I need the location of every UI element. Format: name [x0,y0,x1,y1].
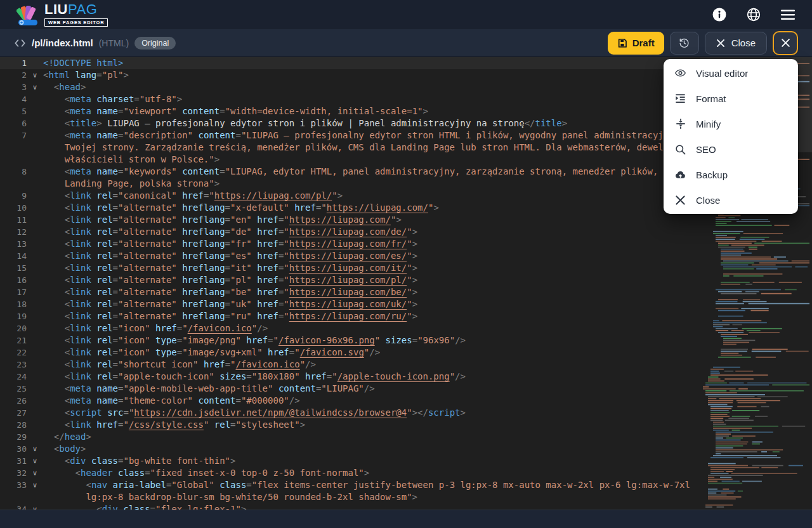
line-number: 8 [0,166,27,178]
menu-item-label: Close [696,195,720,206]
line-number: 13 [0,238,27,250]
history-icon [678,37,690,49]
code-line: 17 <link rel="alternate" hreflang="be" h… [0,286,700,298]
line-number: 15 [0,262,27,274]
fold-spacer [27,142,43,154]
dismiss-button[interactable] [773,31,798,55]
bottom-strip [0,510,812,528]
line-number: 24 [0,371,27,383]
code-text: Twojej strony. Zarządzanie treścią, mene… [43,142,706,154]
line-number: 23 [0,359,27,371]
fold-spacer [27,322,43,334]
code-line: 1<!DOCTYPE html> [0,57,700,69]
code-text: <meta name="viewport" content="width=dev… [43,105,428,117]
logo-wordmark: LIUPAG [44,3,108,16]
code-text: <body> [43,443,86,455]
hamburger-menu-icon[interactable] [780,7,796,22]
fold-spacer [27,166,43,178]
code-lines: 1<!DOCTYPE html>2∨<html lang="pl">3∨ <he… [0,57,700,510]
code-line: 21 <link rel="icon" type="image/png" hre… [0,334,700,346]
line-number: 34 [0,503,27,510]
file-type-label: (HTML) [99,38,129,48]
line-number: 7 [0,129,27,142]
code-text: <meta name="apple-mobile-web-app-title" … [43,383,375,395]
menu-item-visual-editor[interactable]: Visual editor [664,60,798,86]
fold-spacer [27,431,43,443]
fold-chevron-icon[interactable]: ∨ [27,455,43,467]
code-icon [14,38,26,48]
fold-spacer [27,346,43,359]
menu-item-backup[interactable]: Backup [664,162,798,187]
fold-spacer [27,395,43,407]
file-path: /pl/index.html [32,37,93,48]
code-line: 19 <link rel="alternate" hreflang="ru" h… [0,310,700,322]
code-line: Twojej strony. Zarządzanie treścią, mene… [0,142,700,154]
fold-chevron-icon[interactable]: ∨ [27,503,43,510]
code-line: 31∨ <div class="bg-white font-thin"> [0,455,700,467]
fold-spacer [27,274,43,286]
menu-item-label: SEO [696,144,716,155]
code-text: <meta name="keywords" content="LIUPAG, e… [43,166,685,178]
code-text: <link rel="icon" type="image/png" href="… [43,334,466,346]
menu-item-format[interactable]: Format [664,86,798,111]
code-line: 9 <link rel="canonical" href="https://li… [0,190,700,202]
code-text: <link rel="alternate" hreflang="es" href… [43,250,417,262]
menu-item-seo[interactable]: SEO [664,136,798,162]
fold-chevron-icon[interactable]: ∨ [27,81,43,93]
history-button[interactable] [670,32,699,55]
code-text: <link rel="icon" href="/favicon.ico"/> [43,322,268,334]
draft-button[interactable]: Draft [608,32,664,55]
breadcrumb: /pl/index.html (HTML) Original [14,37,176,50]
globe-icon[interactable] [746,7,761,22]
fold-spacer [27,214,43,226]
close-button[interactable]: Close [705,32,767,55]
fold-spacer [27,105,43,117]
code-text: <script src="https://cdn.jsdelivr.net/np… [43,407,466,419]
fold-spacer [27,491,43,503]
menu-item-label: Backup [696,169,728,180]
code-line: 24 <link rel="apple-touch-icon" sizes="1… [0,371,700,383]
menu-item-minify[interactable]: Minify [664,111,798,136]
line-number: 22 [0,346,27,359]
line-number: 17 [0,286,27,298]
code-line: 2∨<html lang="pl"> [0,69,700,81]
fold-spacer [27,334,43,346]
fold-spacer [27,371,43,383]
fold-chevron-icon[interactable]: ∨ [27,443,43,455]
info-icon[interactable] [712,7,727,22]
code-line: 26 <meta name="theme-color" content="#00… [0,395,700,407]
code-line: właścicieli stron w Polsce."> [0,154,700,166]
code-text: <title> LIUPAG — profesjonalny edytor st… [43,117,567,129]
fold-chevron-icon[interactable]: ∨ [27,479,43,491]
line-number: 5 [0,105,27,117]
code-line: 25 <meta name="apple-mobile-web-app-titl… [0,383,700,395]
code-line: 4 <meta charset="utf-8"> [0,93,700,105]
close-icon [716,39,725,48]
fold-spacer [27,310,43,322]
fold-chevron-icon[interactable]: ∨ [27,69,43,81]
fold-spacer [27,129,43,142]
line-number: 20 [0,322,27,334]
code-line: 13 <link rel="alternate" hreflang="fr" h… [0,238,700,250]
code-text: <link rel="alternate" hreflang="x-defaul… [43,202,439,214]
cloud-upload-icon [674,169,686,181]
code-text: <link rel="alternate" hreflang="it" href… [43,262,417,274]
version-badge: Original [134,37,176,50]
line-number [0,491,27,503]
fold-chevron-icon[interactable]: ∨ [27,467,43,479]
code-text: <!DOCTYPE html> [43,57,123,69]
close-icon [674,194,686,206]
x-icon [781,38,790,48]
code-line: 12 <link rel="alternate" hreflang="de" h… [0,226,700,238]
code-text: <head> [43,81,86,93]
line-number: 12 [0,226,27,238]
menu-item-close[interactable]: Close [664,187,798,213]
code-text: <html lang="pl"> [43,69,129,81]
fold-spacer [27,178,43,190]
code-line: 20 <link rel="icon" href="/favicon.ico"/… [0,322,700,334]
code-text: Landing Page, polska strona"> [43,178,219,190]
search-icon [674,143,686,155]
code-line: 3∨ <head> [0,81,700,93]
line-number: 21 [0,334,27,346]
line-number: 25 [0,383,27,395]
